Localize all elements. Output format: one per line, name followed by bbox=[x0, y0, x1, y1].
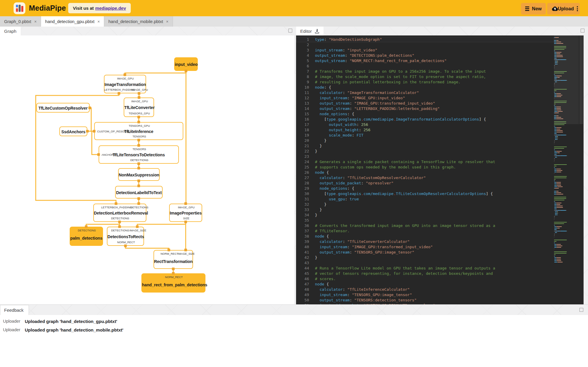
graph-node-DetectionLabelIdToText[interactable]: DetectionLabelIdToText bbox=[115, 186, 163, 199]
graph-node-TfLiteTensorsToDetections[interactable]: TENSORSDETECTIONSANCHORSTfLiteTensorsToD… bbox=[99, 145, 179, 164]
file-tab-hand_detection_gpu.pbtxt[interactable]: hand_detection_gpu.pbtxt× bbox=[41, 16, 104, 27]
code-line-50[interactable]: 50 output_stream: "TENSORS:detection_ten… bbox=[296, 298, 554, 303]
code-line-17[interactable]: 17 output_width: 256 bbox=[296, 122, 554, 127]
graph-node-RectTransformation[interactable]: NORM_RECTIMAGE_SIZERectTransformation bbox=[153, 250, 193, 269]
code-line-43[interactable]: 43 bbox=[296, 260, 554, 266]
code-line-20[interactable]: 20 } bbox=[296, 138, 554, 143]
code-line-39[interactable]: 39 calculator: "TfLiteConverterCalculato… bbox=[296, 239, 554, 244]
code-line-46[interactable]: 46# scores. bbox=[296, 276, 554, 282]
code-line-21[interactable]: 21 } bbox=[296, 143, 554, 149]
feedback-tab-label: Feedback bbox=[4, 308, 24, 313]
graph-node-TfLiteInference[interactable]: TENSORS_GPUTENSORSCUSTOM_OP_RESOLVERTfLi… bbox=[94, 122, 183, 140]
code-line-49[interactable]: 49 input_stream: "TENSORS_GPU:image_tens… bbox=[296, 292, 554, 298]
code-line-15[interactable]: 15 node_options: { bbox=[296, 111, 554, 117]
code-line-6[interactable]: 6 bbox=[296, 64, 554, 69]
code-line-10[interactable]: 10node: { bbox=[296, 85, 554, 90]
code-line-29[interactable]: 29 node_options: { bbox=[296, 186, 554, 191]
mediapipe-dev-link[interactable]: mediapipe.dev bbox=[95, 6, 126, 11]
code-line-9[interactable]: 9# resulting in potential letterboxing i… bbox=[296, 79, 554, 85]
code-line-38[interactable]: 38node { bbox=[296, 234, 554, 239]
port-label-DETECTIONS: DETECTIONS bbox=[130, 158, 148, 162]
code-editor[interactable]: 1type: "HandDetectionSubgraph"23input_st… bbox=[296, 35, 584, 304]
graph-node-ImageTransformation[interactable]: IMAGE_GPULETTERBOX_PADDINGIMAGE_GPUImage… bbox=[104, 75, 146, 93]
code-line-28[interactable]: 28 output_side_packet: "opresolver" bbox=[296, 181, 554, 186]
code-line-42[interactable]: 42} bbox=[296, 255, 554, 260]
graph-node-hand_rect_from_palm_detections[interactable]: NORM_RECThand_rect_from_palm_detections bbox=[141, 273, 205, 293]
code-line-14[interactable]: 14 output_stream: "LETTERBOX_PADDING:let… bbox=[296, 106, 554, 111]
line-number: 23 bbox=[296, 154, 315, 159]
graph-node-DetectionsToRects[interactable]: DETECTIONSIMAGE_SIZENORM_RECTDetectionsT… bbox=[107, 227, 144, 246]
code-line-7[interactable]: 7# Transforms the input image on GPU to … bbox=[296, 69, 554, 74]
code-line-31[interactable]: 31 use_gpu: true bbox=[296, 197, 554, 202]
upload-button[interactable]: Upload bbox=[547, 3, 580, 14]
graph-node-palm_detections[interactable]: DETECTIONSpalm_detections bbox=[70, 227, 103, 246]
close-icon[interactable]: × bbox=[97, 20, 100, 24]
code-line-12[interactable]: 12 input_stream: "IMAGE_GPU:input_video" bbox=[296, 95, 554, 101]
code-line-36[interactable]: 36# Converts the transformed input image… bbox=[296, 223, 554, 228]
code-line-2[interactable]: 2 bbox=[296, 42, 554, 48]
code-line-24[interactable]: 24# Generates a single side packet conta… bbox=[296, 159, 554, 165]
editor-scrollbar[interactable] bbox=[579, 35, 584, 304]
code-line-45[interactable]: 45# vector of tensors representing, for … bbox=[296, 271, 554, 276]
graph-node-NonMaxSuppression[interactable]: NonMaxSuppression bbox=[118, 168, 160, 181]
file-tab-Graph_0.pbtxt[interactable]: Graph_0.pbtxt× bbox=[0, 16, 41, 27]
graph-node-TfLiteCustomOpResolver[interactable]: TfLiteCustomOpResolver bbox=[36, 103, 90, 113]
graph-node-SsdAnchors[interactable]: SsdAnchors bbox=[59, 126, 87, 136]
code-line-5[interactable]: 5output_stream: "NORM_RECT:hand_rect_fro… bbox=[296, 58, 554, 64]
graph-canvas[interactable]: input_videoIMAGE_GPULETTERBOX_PADDINGIMA… bbox=[0, 35, 294, 304]
code-area[interactable]: 1type: "HandDetectionSubgraph"23input_st… bbox=[296, 35, 554, 304]
node-title: input_video bbox=[175, 62, 197, 67]
editor-minimap[interactable] bbox=[554, 35, 579, 304]
line-number: 14 bbox=[296, 106, 315, 111]
code-line-37[interactable]: 37# TfLiteTensor. bbox=[296, 228, 554, 234]
code-line-18[interactable]: 18 output_height: 256 bbox=[296, 127, 554, 133]
code-line-40[interactable]: 40 input_stream: "IMAGE_GPU:transformed_… bbox=[296, 244, 554, 250]
code-line-22[interactable]: 22} bbox=[296, 149, 554, 154]
maximize-graph-icon[interactable] bbox=[288, 29, 292, 33]
close-icon[interactable]: × bbox=[166, 20, 169, 24]
feedback-message: Uploaded graph 'hand_detection_gpu.pbtxt… bbox=[25, 319, 117, 324]
tab-feedback[interactable]: Feedback bbox=[0, 305, 29, 315]
code-line-35[interactable]: 35 bbox=[296, 218, 554, 223]
code-line-13[interactable]: 13 output_stream: "IMAGE_GPU:transformed… bbox=[296, 101, 554, 106]
file-tab-hand_detection_mobile.pbtxt[interactable]: hand_detection_mobile.pbtxt× bbox=[104, 16, 173, 27]
code-line-41[interactable]: 41 output_stream: "TENSORS_GPU:image_ten… bbox=[296, 250, 554, 255]
code-line-23[interactable]: 23 bbox=[296, 154, 554, 159]
graph-node-input_video[interactable]: input_video bbox=[174, 57, 198, 71]
code-line-11[interactable]: 11 calculator: "ImageTransformationCalcu… bbox=[296, 90, 554, 95]
code-line-19[interactable]: 19 scale_mode: FIT bbox=[296, 133, 554, 138]
line-number: 46 bbox=[296, 276, 315, 282]
code-line-47[interactable]: 47node { bbox=[296, 282, 554, 287]
code-line-16[interactable]: 16 [type.googleapis.com/mediapipe.ImageT… bbox=[296, 117, 554, 122]
graph-node-DetectionLetterboxRemoval[interactable]: LETTERBOX_PADDINGDETECTIONSDETECTIONSDet… bbox=[93, 204, 146, 222]
code-line-25[interactable]: 25# supports custom ops needed by the mo… bbox=[296, 165, 554, 170]
code-line-30[interactable]: 30 [type.googleapis.com/mediapipe.TfLite… bbox=[296, 191, 554, 197]
download-icon[interactable] bbox=[315, 29, 319, 33]
maximize-feedback-icon[interactable] bbox=[579, 308, 583, 312]
code-line-48[interactable]: 48 calculator: "TfLiteInferenceCalculato… bbox=[296, 287, 554, 292]
tab-editor[interactable]: Editor bbox=[296, 27, 324, 35]
node-title: hand_rect_from_palm_detections bbox=[142, 282, 205, 287]
code-line-33[interactable]: 33 } bbox=[296, 207, 554, 212]
port-label-TENSORS: TENSORS bbox=[133, 135, 146, 138]
line-number: 6 bbox=[296, 64, 315, 69]
new-button[interactable]: New bbox=[521, 3, 546, 14]
close-icon[interactable]: × bbox=[34, 20, 37, 24]
code-line-44[interactable]: 44# Runs a TensorFlow Lite model on GPU … bbox=[296, 266, 554, 271]
code-line-3[interactable]: 3input_stream: "input_video" bbox=[296, 48, 554, 53]
more-options-icon[interactable] bbox=[577, 6, 578, 12]
code-line-34[interactable]: 34} bbox=[296, 212, 554, 218]
code-line-32[interactable]: 32 } bbox=[296, 202, 554, 207]
tab-graph[interactable]: Graph bbox=[0, 27, 21, 35]
code-line-8[interactable]: 8# image, the scale_mode option is set t… bbox=[296, 74, 554, 79]
code-line-27[interactable]: 27 calculator: "TfLiteCustomOpResolverCa… bbox=[296, 175, 554, 181]
file-tab-label: Graph_0.pbtxt bbox=[4, 19, 31, 24]
maximize-editor-icon[interactable] bbox=[581, 29, 584, 33]
code-line-4[interactable]: 4output_stream: "DETECTIONS:palm_detecti… bbox=[296, 53, 554, 58]
graph-node-TfLiteConverter[interactable]: IMAGE_GPUTENSORS_GPUTfLiteConverter bbox=[124, 98, 154, 117]
graph-node-ImageProperties[interactable]: IMAGE_GPUSIZEImageProperties bbox=[169, 204, 202, 222]
code-line-26[interactable]: 26node { bbox=[296, 170, 554, 175]
line-number: 7 bbox=[296, 69, 315, 74]
code-line-1[interactable]: 1type: "HandDetectionSubgraph" bbox=[296, 37, 554, 42]
line-number: 19 bbox=[296, 133, 315, 138]
